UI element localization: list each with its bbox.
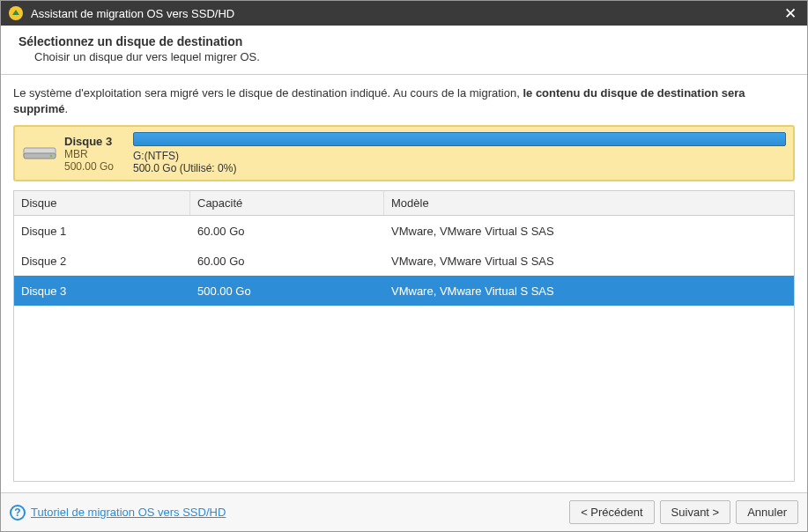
cell-disk: Disque 3 xyxy=(14,279,190,303)
wizard-header: Sélectionnez un disque de destination Ch… xyxy=(1,26,807,75)
window-title: Assistant de migration OS vers SSD/HD xyxy=(31,7,781,20)
warning-post: . xyxy=(65,102,69,115)
cancel-button[interactable]: Annuler xyxy=(736,500,798,524)
cell-model: VMware, VMware Virtual S SAS xyxy=(384,219,794,243)
warning-text: Le système d'exploitation sera migré ver… xyxy=(13,85,795,116)
table-row[interactable]: Disque 2 60.00 Go VMware, VMware Virtual… xyxy=(14,246,794,276)
disk-name: Disque 3 xyxy=(64,135,126,148)
disk-usage-text: 500.0 Go (Utilisé: 0%) xyxy=(133,162,786,174)
cell-disk: Disque 1 xyxy=(14,219,190,243)
content-area: Le système d'exploitation sera migré ver… xyxy=(1,75,807,492)
cell-capacity: 500.00 Go xyxy=(190,279,384,303)
disk-drive-icon xyxy=(22,132,57,174)
disk-table: Disque Capacité Modèle Disque 1 60.00 Go… xyxy=(13,190,795,482)
table-header: Disque Capacité Modèle xyxy=(14,191,794,216)
page-subheading: Choisir un disque dur vers lequel migrer… xyxy=(34,50,789,63)
th-model[interactable]: Modèle xyxy=(384,191,794,215)
disk-usage-bar xyxy=(133,132,786,146)
cell-model: VMware, VMware Virtual S SAS xyxy=(384,249,794,273)
th-capacity[interactable]: Capacité xyxy=(190,191,384,215)
cell-capacity: 60.00 Go xyxy=(190,249,384,273)
tutorial-link[interactable]: Tutoriel de migration OS vers SSD/HD xyxy=(31,506,226,519)
disk-partition-label: G:(NTFS) xyxy=(133,150,786,162)
cell-disk: Disque 2 xyxy=(14,249,190,273)
table-body: Disque 1 60.00 Go VMware, VMware Virtual… xyxy=(14,216,794,481)
page-heading: Sélectionnez un disque de destination xyxy=(19,34,789,48)
back-button[interactable]: < Précédent xyxy=(569,500,654,524)
next-button[interactable]: Suivant > xyxy=(660,500,731,524)
th-disk[interactable]: Disque xyxy=(14,191,190,215)
disk-partition-type: MBR xyxy=(64,148,126,160)
svg-point-3 xyxy=(50,155,53,158)
app-logo-icon xyxy=(8,5,24,21)
disk-size: 500.00 Go xyxy=(64,160,126,173)
help-icon: ? xyxy=(10,505,26,521)
warning-pre: Le système d'exploitation sera migré ver… xyxy=(13,86,523,100)
cell-model: VMware, VMware Virtual S SAS xyxy=(384,279,794,303)
table-row[interactable]: Disque 1 60.00 Go VMware, VMware Virtual… xyxy=(14,216,794,246)
close-icon[interactable]: ✕ xyxy=(781,4,800,23)
footer: ? Tutoriel de migration OS vers SSD/HD <… xyxy=(1,492,807,531)
table-row[interactable]: Disque 3 500.00 Go VMware, VMware Virtua… xyxy=(14,276,794,306)
cell-capacity: 60.00 Go xyxy=(190,219,384,243)
destination-disk-preview: Disque 3 MBR 500.00 Go G:(NTFS) 500.0 Go… xyxy=(13,125,795,181)
titlebar: Assistant de migration OS vers SSD/HD ✕ xyxy=(1,1,807,26)
disk-meta: Disque 3 MBR 500.00 Go xyxy=(64,132,126,174)
disk-bar-area: G:(NTFS) 500.0 Go (Utilisé: 0%) xyxy=(133,132,786,174)
